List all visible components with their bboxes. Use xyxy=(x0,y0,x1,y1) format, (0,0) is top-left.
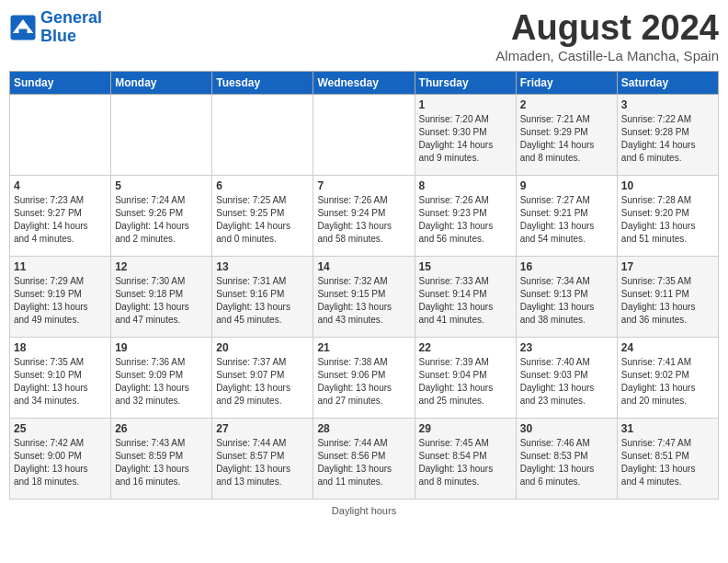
calendar-day-cell: 20Sunrise: 7:37 AM Sunset: 9:07 PM Dayli… xyxy=(212,337,313,418)
day-number: 7 xyxy=(317,179,410,192)
day-number: 2 xyxy=(520,98,613,111)
location: Almaden, Castille-La Mancha, Spain xyxy=(495,48,719,63)
calendar-day-cell: 11Sunrise: 7:29 AM Sunset: 9:19 PM Dayli… xyxy=(10,256,111,337)
day-number: 23 xyxy=(520,341,613,354)
footer: Daylight hours xyxy=(9,505,719,516)
logo: General Blue xyxy=(9,9,102,46)
day-number: 4 xyxy=(14,179,107,192)
calendar-week-row: 25Sunrise: 7:42 AM Sunset: 9:00 PM Dayli… xyxy=(10,418,719,499)
day-info: Sunrise: 7:32 AM Sunset: 9:15 PM Dayligh… xyxy=(317,275,410,327)
calendar-day-cell: 5Sunrise: 7:24 AM Sunset: 9:26 PM Daylig… xyxy=(111,175,212,256)
calendar-day-cell: 26Sunrise: 7:43 AM Sunset: 8:59 PM Dayli… xyxy=(111,418,212,499)
day-info: Sunrise: 7:25 AM Sunset: 9:25 PM Dayligh… xyxy=(216,194,309,246)
day-number: 21 xyxy=(317,341,410,354)
calendar-day-cell xyxy=(111,94,212,175)
day-number: 25 xyxy=(14,422,107,435)
calendar-day-cell: 12Sunrise: 7:30 AM Sunset: 9:18 PM Dayli… xyxy=(111,256,212,337)
day-number: 19 xyxy=(115,341,208,354)
day-number: 17 xyxy=(621,260,714,273)
days-of-week-header: SundayMondayTuesdayWednesdayThursdayFrid… xyxy=(10,71,719,94)
calendar-day-cell: 21Sunrise: 7:38 AM Sunset: 9:06 PM Dayli… xyxy=(313,337,415,418)
day-number: 5 xyxy=(115,179,208,192)
day-info: Sunrise: 7:44 AM Sunset: 8:56 PM Dayligh… xyxy=(317,437,410,488)
day-number: 12 xyxy=(115,260,208,273)
day-info: Sunrise: 7:39 AM Sunset: 9:04 PM Dayligh… xyxy=(419,356,512,408)
calendar-day-cell: 13Sunrise: 7:31 AM Sunset: 9:16 PM Dayli… xyxy=(212,256,313,337)
calendar-day-cell: 1Sunrise: 7:20 AM Sunset: 9:30 PM Daylig… xyxy=(415,94,516,175)
dow-header-cell: Tuesday xyxy=(212,71,313,94)
day-number: 11 xyxy=(14,260,107,273)
day-info: Sunrise: 7:43 AM Sunset: 8:59 PM Dayligh… xyxy=(115,437,208,488)
calendar-day-cell: 25Sunrise: 7:42 AM Sunset: 9:00 PM Dayli… xyxy=(10,418,111,499)
day-number: 3 xyxy=(621,98,714,111)
dow-header-cell: Wednesday xyxy=(313,71,415,94)
day-info: Sunrise: 7:23 AM Sunset: 9:27 PM Dayligh… xyxy=(14,194,107,246)
logo-text: General Blue xyxy=(40,9,102,46)
calendar-day-cell: 7Sunrise: 7:26 AM Sunset: 9:24 PM Daylig… xyxy=(313,175,415,256)
day-number: 22 xyxy=(419,341,512,354)
dow-header-cell: Thursday xyxy=(415,71,516,94)
day-info: Sunrise: 7:26 AM Sunset: 9:23 PM Dayligh… xyxy=(419,194,512,246)
day-info: Sunrise: 7:35 AM Sunset: 9:10 PM Dayligh… xyxy=(14,356,107,408)
calendar-day-cell: 4Sunrise: 7:23 AM Sunset: 9:27 PM Daylig… xyxy=(10,175,111,256)
day-info: Sunrise: 7:28 AM Sunset: 9:20 PM Dayligh… xyxy=(621,194,714,246)
day-number: 24 xyxy=(621,341,714,354)
day-number: 6 xyxy=(216,179,309,192)
day-info: Sunrise: 7:26 AM Sunset: 9:24 PM Dayligh… xyxy=(317,194,410,246)
day-info: Sunrise: 7:37 AM Sunset: 9:07 PM Dayligh… xyxy=(216,356,309,408)
dow-header-cell: Saturday xyxy=(617,71,718,94)
day-number: 1 xyxy=(419,98,512,111)
day-number: 15 xyxy=(419,260,512,273)
month-year: August 2024 xyxy=(495,9,719,48)
calendar-day-cell: 27Sunrise: 7:44 AM Sunset: 8:57 PM Dayli… xyxy=(212,418,313,499)
day-number: 14 xyxy=(317,260,410,273)
dow-header-cell: Sunday xyxy=(10,71,111,94)
dow-header-cell: Friday xyxy=(516,71,617,94)
calendar-table: SundayMondayTuesdayWednesdayThursdayFrid… xyxy=(9,71,719,500)
day-info: Sunrise: 7:35 AM Sunset: 9:11 PM Dayligh… xyxy=(621,275,714,327)
calendar-day-cell: 18Sunrise: 7:35 AM Sunset: 9:10 PM Dayli… xyxy=(10,337,111,418)
day-number: 8 xyxy=(419,179,512,192)
day-info: Sunrise: 7:42 AM Sunset: 9:00 PM Dayligh… xyxy=(14,437,107,488)
calendar-day-cell: 30Sunrise: 7:46 AM Sunset: 8:53 PM Dayli… xyxy=(516,418,617,499)
day-info: Sunrise: 7:40 AM Sunset: 9:03 PM Dayligh… xyxy=(520,356,613,408)
calendar-day-cell xyxy=(212,94,313,175)
calendar-day-cell: 22Sunrise: 7:39 AM Sunset: 9:04 PM Dayli… xyxy=(415,337,516,418)
calendar-day-cell: 19Sunrise: 7:36 AM Sunset: 9:09 PM Dayli… xyxy=(111,337,212,418)
calendar-day-cell: 9Sunrise: 7:27 AM Sunset: 9:21 PM Daylig… xyxy=(516,175,617,256)
day-number: 10 xyxy=(621,179,714,192)
calendar-week-row: 1Sunrise: 7:20 AM Sunset: 9:30 PM Daylig… xyxy=(10,94,719,175)
svg-rect-2 xyxy=(19,29,28,36)
day-info: Sunrise: 7:29 AM Sunset: 9:19 PM Dayligh… xyxy=(14,275,107,327)
calendar-day-cell: 10Sunrise: 7:28 AM Sunset: 9:20 PM Dayli… xyxy=(617,175,718,256)
day-number: 20 xyxy=(216,341,309,354)
day-number: 27 xyxy=(216,422,309,435)
day-number: 29 xyxy=(419,422,512,435)
calendar-day-cell: 31Sunrise: 7:47 AM Sunset: 8:51 PM Dayli… xyxy=(617,418,718,499)
calendar-day-cell: 2Sunrise: 7:21 AM Sunset: 9:29 PM Daylig… xyxy=(516,94,617,175)
day-info: Sunrise: 7:20 AM Sunset: 9:30 PM Dayligh… xyxy=(419,113,512,165)
calendar-week-row: 11Sunrise: 7:29 AM Sunset: 9:19 PM Dayli… xyxy=(10,256,719,337)
calendar-day-cell xyxy=(10,94,111,175)
calendar-day-cell: 23Sunrise: 7:40 AM Sunset: 9:03 PM Dayli… xyxy=(516,337,617,418)
calendar-day-cell: 14Sunrise: 7:32 AM Sunset: 9:15 PM Dayli… xyxy=(313,256,415,337)
day-info: Sunrise: 7:27 AM Sunset: 9:21 PM Dayligh… xyxy=(520,194,613,246)
day-info: Sunrise: 7:46 AM Sunset: 8:53 PM Dayligh… xyxy=(520,437,613,488)
calendar-day-cell: 6Sunrise: 7:25 AM Sunset: 9:25 PM Daylig… xyxy=(212,175,313,256)
day-number: 28 xyxy=(317,422,410,435)
day-info: Sunrise: 7:34 AM Sunset: 9:13 PM Dayligh… xyxy=(520,275,613,327)
page-header: General Blue August 2024 Almaden, Castil… xyxy=(9,9,719,63)
day-number: 9 xyxy=(520,179,613,192)
day-number: 16 xyxy=(520,260,613,273)
day-info: Sunrise: 7:41 AM Sunset: 9:02 PM Dayligh… xyxy=(621,356,714,408)
day-info: Sunrise: 7:21 AM Sunset: 9:29 PM Dayligh… xyxy=(520,113,613,165)
calendar-body: 1Sunrise: 7:20 AM Sunset: 9:30 PM Daylig… xyxy=(10,94,719,499)
calendar-week-row: 18Sunrise: 7:35 AM Sunset: 9:10 PM Dayli… xyxy=(10,337,719,418)
calendar-day-cell: 17Sunrise: 7:35 AM Sunset: 9:11 PM Dayli… xyxy=(617,256,718,337)
day-info: Sunrise: 7:30 AM Sunset: 9:18 PM Dayligh… xyxy=(115,275,208,327)
day-info: Sunrise: 7:24 AM Sunset: 9:26 PM Dayligh… xyxy=(115,194,208,246)
day-info: Sunrise: 7:22 AM Sunset: 9:28 PM Dayligh… xyxy=(621,113,714,165)
day-number: 26 xyxy=(115,422,208,435)
day-info: Sunrise: 7:38 AM Sunset: 9:06 PM Dayligh… xyxy=(317,356,410,408)
calendar-day-cell: 16Sunrise: 7:34 AM Sunset: 9:13 PM Dayli… xyxy=(516,256,617,337)
